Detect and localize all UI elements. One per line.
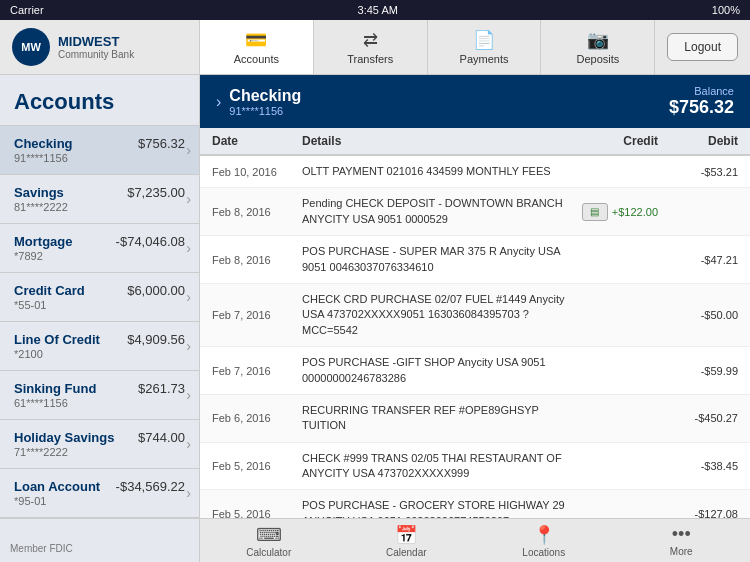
account-item[interactable]: Holiday Savings 71****2222 $744.00 › <box>0 420 199 469</box>
accounts-icon: 💳 <box>245 29 267 51</box>
logo-name: MIDWEST <box>58 34 134 50</box>
nav-tabs: 💳 Accounts ⇄ Transfers 📄 Payments 📷 Depo… <box>200 20 655 74</box>
account-balance: $744.00 <box>138 430 185 445</box>
tab-transfers[interactable]: ⇄ Transfers <box>314 20 428 74</box>
detail-account-number: 91****1156 <box>229 105 301 117</box>
tx-debit: -$50.00 <box>658 309 738 321</box>
time-label: 3:45 AM <box>358 4 398 16</box>
tx-credit: ▤+$122.00 <box>578 203 658 221</box>
account-chevron-icon: › <box>186 240 191 256</box>
account-name: Loan Account <box>14 479 100 494</box>
tx-debit: -$53.21 <box>658 166 738 178</box>
logo-icon: MW <box>12 28 50 66</box>
nav-bar: MW MIDWEST Community Bank 💳 Accounts ⇄ T… <box>0 20 750 75</box>
account-name: Mortgage <box>14 234 73 249</box>
account-chevron-icon: › <box>186 142 191 158</box>
account-item[interactable]: Checking 91****1156 $756.32 › <box>0 126 199 175</box>
account-chevron-icon: › <box>186 289 191 305</box>
account-header: › Checking 91****1156 Balance $756.32 <box>200 75 750 128</box>
col-details: Details <box>302 134 578 148</box>
col-date: Date <box>212 134 302 148</box>
balance-amount: $756.32 <box>669 97 734 118</box>
deposits-icon: 📷 <box>587 29 609 51</box>
table-row: Feb 8, 2016 Pending CHECK DEPOSIT - DOWN… <box>200 188 750 236</box>
account-number: *7892 <box>14 250 73 262</box>
tx-details: POS PURCHASE -GIFT SHOP Anycity USA 9051… <box>302 355 578 386</box>
table-row: Feb 6, 2016 RECURRING TRANSFER REF #OPE8… <box>200 395 750 443</box>
tx-debit: -$38.45 <box>658 460 738 472</box>
col-debit: Debit <box>658 134 738 148</box>
account-balance: $261.73 <box>138 381 185 396</box>
tx-date: Feb 8, 2016 <box>212 206 302 218</box>
calendar-icon: 📅 <box>395 524 417 546</box>
account-name: Credit Card <box>14 283 85 298</box>
member-fdic-area: Member FDIC <box>0 519 200 562</box>
account-item[interactable]: Savings 81****2222 $7,235.00 › <box>0 175 199 224</box>
table-row: Feb 7, 2016 CHECK CRD PURCHASE 02/07 FUE… <box>200 284 750 347</box>
calculator-icon: ⌨ <box>256 524 282 546</box>
logo-text: MIDWEST Community Bank <box>58 34 134 61</box>
detail-account-name: Checking <box>229 87 301 105</box>
account-balance: $7,235.00 <box>127 185 185 200</box>
right-panel: › Checking 91****1156 Balance $756.32 Da… <box>200 75 750 518</box>
transfers-icon: ⇄ <box>363 29 378 51</box>
tab-accounts-label: Accounts <box>234 53 279 65</box>
tx-details: RECURRING TRANSFER REF #OPE89GHSYP TUITI… <box>302 403 578 434</box>
tab-deposits[interactable]: 📷 Deposits <box>541 20 655 74</box>
tx-date: Feb 6, 2016 <box>212 412 302 424</box>
account-item[interactable]: Credit Card *55-01 $6,000.00 › <box>0 273 199 322</box>
account-item[interactable]: Mortgage *7892 -$74,046.08 › <box>0 224 199 273</box>
status-bar: Carrier 3:45 AM 100% <box>0 0 750 20</box>
account-item[interactable]: Sinking Fund 61****1156 $261.73 › <box>0 371 199 420</box>
tab-payments-label: Payments <box>460 53 509 65</box>
logout-button[interactable]: Logout <box>667 33 738 61</box>
balance-label: Balance <box>669 85 734 97</box>
account-number: *55-01 <box>14 299 85 311</box>
account-chevron-icon: › <box>186 485 191 501</box>
tx-debit: -$127.08 <box>658 508 738 518</box>
tab-deposits-label: Deposits <box>577 53 620 65</box>
tx-debit: -$59.99 <box>658 365 738 377</box>
tx-details: POS PURCHASE - SUPER MAR 375 R Anycity U… <box>302 244 578 275</box>
account-name: Checking <box>14 136 73 151</box>
account-item[interactable]: Line Of Credit *2100 $4,909.56 › <box>0 322 199 371</box>
account-number: 81****2222 <box>14 201 68 213</box>
account-header-left: › Checking 91****1156 <box>216 87 301 117</box>
account-item[interactable]: Loan Account *95-01 -$34,569.22 › <box>0 469 199 518</box>
locations-label: Locations <box>522 547 565 558</box>
account-header-right: Balance $756.32 <box>669 85 734 118</box>
tx-date: Feb 7, 2016 <box>212 309 302 321</box>
bottom-tab-calendar[interactable]: 📅 Calendar <box>338 519 476 562</box>
account-number: 71****2222 <box>14 446 114 458</box>
account-number: 91****1156 <box>14 152 73 164</box>
account-number: *95-01 <box>14 495 100 507</box>
tab-payments[interactable]: 📄 Payments <box>428 20 542 74</box>
deposit-icon: ▤ <box>582 203 608 221</box>
sidebar-title: Accounts <box>0 75 199 126</box>
account-balance: $756.32 <box>138 136 185 151</box>
calendar-label: Calendar <box>386 547 427 558</box>
account-name: Sinking Fund <box>14 381 96 396</box>
bottom-tab-calculator[interactable]: ⌨ Calculator <box>200 519 338 562</box>
bottom-bar: Member FDIC ⌨ Calculator 📅 Calendar 📍 Lo… <box>0 518 750 562</box>
logo-area: MW MIDWEST Community Bank <box>0 20 200 74</box>
bottom-tabs: ⌨ Calculator 📅 Calendar 📍 Locations ••• … <box>200 519 750 562</box>
bottom-tab-more[interactable]: ••• More <box>613 519 751 562</box>
tx-debit: -$47.21 <box>658 254 738 266</box>
tab-accounts[interactable]: 💳 Accounts <box>200 20 314 74</box>
transactions-area[interactable]: Date Details Credit Debit Feb 10, 2016 O… <box>200 128 750 518</box>
tx-details: POS PURCHASE - GROCERY STORE HIGHWAY 29 … <box>302 498 578 518</box>
account-balance: -$74,046.08 <box>116 234 185 249</box>
logo-sub: Community Bank <box>58 49 134 60</box>
account-header-info: Checking 91****1156 <box>229 87 301 117</box>
account-number: *2100 <box>14 348 100 360</box>
tx-debit: -$450.27 <box>658 412 738 424</box>
account-balance: $6,000.00 <box>127 283 185 298</box>
battery-label: 100% <box>712 4 740 16</box>
account-name: Line Of Credit <box>14 332 100 347</box>
account-chevron-icon: › <box>186 436 191 452</box>
more-label: More <box>670 546 693 557</box>
transaction-list: Feb 10, 2016 OLTT PAYMENT 021016 434599 … <box>200 156 750 518</box>
main-content: Accounts Checking 91****1156 $756.32 › S… <box>0 75 750 518</box>
bottom-tab-locations[interactable]: 📍 Locations <box>475 519 613 562</box>
